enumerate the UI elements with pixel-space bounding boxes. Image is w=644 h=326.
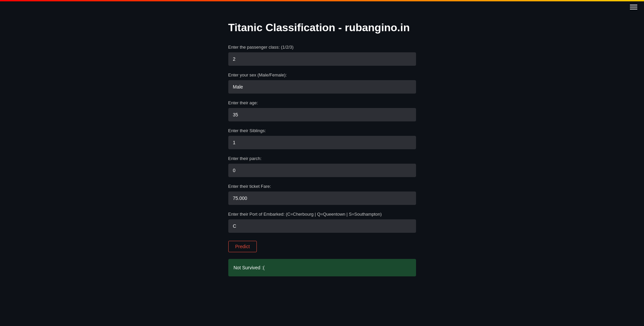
input-embarked[interactable] — [228, 219, 416, 233]
input-sex[interactable] — [228, 80, 416, 94]
predict-button[interactable]: Predict — [228, 241, 257, 252]
input-fare[interactable] — [228, 192, 416, 205]
label-age: Enter their age: — [228, 100, 416, 105]
label-pclass: Enter the passenger class: (1/2/3) — [228, 45, 416, 50]
form-group-age: Enter their age: — [228, 100, 416, 121]
result-box: Not Survived :( — [228, 259, 416, 276]
form-group-pclass: Enter the passenger class: (1/2/3) — [228, 45, 416, 66]
form-group-fare: Enter their ticket Fare: — [228, 184, 416, 205]
form-group-parch: Enter their parch: — [228, 156, 416, 177]
form-group-sex: Enter your sex (Male/Female): — [228, 72, 416, 94]
label-siblings: Enter their Siblings: — [228, 128, 416, 133]
label-sex: Enter your sex (Male/Female): — [228, 72, 416, 77]
label-parch: Enter their parch: — [228, 156, 416, 161]
hamburger-menu-button[interactable] — [630, 5, 637, 9]
label-embarked: Enter their Port of Embarked: (C=Cherbou… — [228, 212, 416, 217]
result-text: Not Survived :( — [234, 265, 265, 270]
hamburger-line-2 — [630, 7, 637, 7]
input-parch[interactable] — [228, 164, 416, 177]
main-container: Titanic Classification - rubangino.in En… — [222, 1, 423, 296]
label-fare: Enter their ticket Fare: — [228, 184, 416, 189]
page-title: Titanic Classification - rubangino.in — [228, 21, 416, 34]
input-age[interactable] — [228, 108, 416, 121]
hamburger-line-1 — [630, 5, 637, 5]
hamburger-line-3 — [630, 9, 637, 9]
input-siblings[interactable] — [228, 136, 416, 149]
form-group-siblings: Enter their Siblings: — [228, 128, 416, 149]
input-pclass[interactable] — [228, 52, 416, 66]
form-group-embarked: Enter their Port of Embarked: (C=Cherbou… — [228, 212, 416, 233]
